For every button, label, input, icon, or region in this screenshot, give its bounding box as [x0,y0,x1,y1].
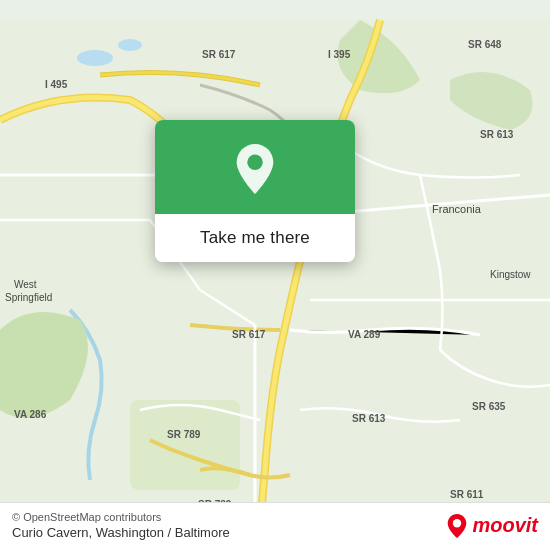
svg-text:SR 611: SR 611 [450,489,484,500]
moovit-branding: moovit [446,513,538,539]
svg-point-1 [77,50,113,66]
bottom-bar: © OpenStreetMap contributors Curio Caver… [0,502,550,550]
svg-text:Franconia: Franconia [432,203,482,215]
svg-text:West: West [14,279,37,290]
svg-text:Springfield: Springfield [5,292,52,303]
map-container: I 495 SR 617 I 395 SR 648 SR 613 SR SR 6… [0,0,550,550]
svg-text:I 495: I 495 [45,79,68,90]
moovit-logo-text: moovit [472,514,538,537]
card-green-area [155,120,355,214]
svg-point-29 [247,155,262,170]
take-me-there-button[interactable]: Take me there [155,214,355,262]
location-pin-icon [231,142,279,196]
svg-text:SR 789: SR 789 [167,429,201,440]
location-card: Take me there [155,120,355,262]
moovit-pin-icon [446,513,468,539]
svg-point-2 [118,39,142,51]
svg-text:VA 289: VA 289 [348,329,381,340]
svg-text:SR 613: SR 613 [480,129,514,140]
svg-text:Kingstow: Kingstow [490,269,531,280]
svg-text:I 395: I 395 [328,49,351,60]
osm-attribution: © OpenStreetMap contributors [12,511,230,523]
svg-text:SR 635: SR 635 [472,401,506,412]
svg-text:SR 648: SR 648 [468,39,502,50]
svg-text:SR 617: SR 617 [232,329,266,340]
svg-text:SR 617: SR 617 [202,49,236,60]
svg-text:SR 613: SR 613 [352,413,386,424]
map-background: I 495 SR 617 I 395 SR 648 SR 613 SR SR 6… [0,0,550,550]
location-name: Curio Cavern, Washington / Baltimore [12,525,230,540]
svg-text:VA 286: VA 286 [14,409,47,420]
svg-point-30 [453,519,461,527]
svg-rect-3 [130,400,240,490]
